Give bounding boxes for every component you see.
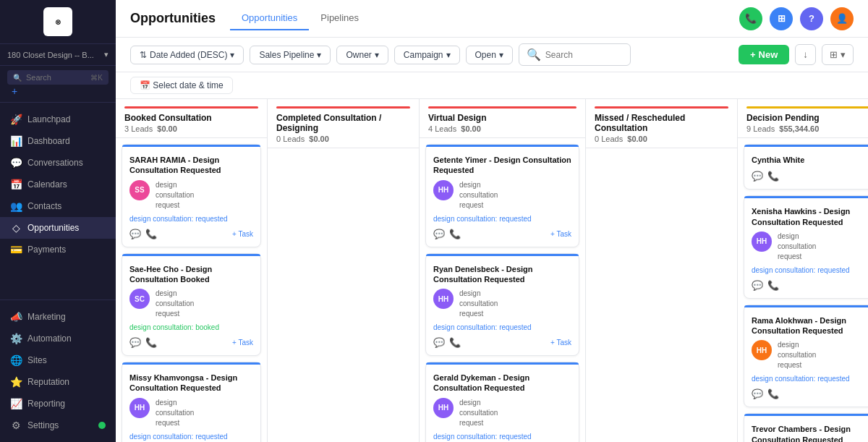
card-avatar: HH — [752, 231, 772, 252]
phone-icon[interactable]: 📞 — [767, 171, 779, 182]
card-color-bar — [744, 305, 868, 307]
col-title: Booked Consultation — [124, 113, 258, 123]
kanban-card[interactable]: SARAH RAMIA - Design Consultation Reques… — [122, 144, 261, 247]
phone-icon[interactable]: 📞 — [145, 229, 157, 239]
card-color-bar — [426, 145, 579, 147]
phone-icon[interactable]: 📞 — [767, 280, 779, 291]
chat-icon[interactable]: 💬 — [433, 229, 445, 239]
card-body: HH designconsultationrequest — [129, 398, 253, 428]
plus-icon: + — [750, 49, 756, 60]
sidebar-item-label: Conversations — [27, 158, 83, 168]
sidebar-item-marketing[interactable]: 📣 Marketing — [0, 306, 116, 328]
status-dot — [98, 422, 106, 429]
col-meta: 4 Leads $0.00 — [428, 124, 576, 133]
add-task-button[interactable]: + Task — [550, 339, 571, 347]
search-input[interactable] — [26, 73, 86, 82]
phone-icon[interactable]: 📞 — [449, 229, 461, 239]
user-avatar[interactable]: 👤 — [830, 7, 854, 30]
chevron-down-icon: ▾ — [499, 50, 503, 60]
sidebar-item-label: Reputation — [27, 377, 69, 387]
card-tag: design consultation: requested — [129, 215, 253, 223]
conversations-icon: 💬 — [10, 157, 22, 169]
view-toggle-button[interactable]: ⊞ ▾ — [822, 44, 854, 65]
kanban-card[interactable]: Trevor Chambers - Design Consultation Re… — [744, 413, 868, 442]
kanban-card[interactable]: Sae-Hee Cho - Design Consultation Booked… — [122, 253, 261, 357]
add-task-button[interactable]: + Task — [232, 230, 253, 238]
pipeline-filter[interactable]: Sales Pipeline ▾ — [250, 46, 331, 64]
download-button[interactable]: ↓ — [795, 44, 816, 65]
help-icon-btn[interactable]: ? — [800, 7, 823, 30]
kanban-card[interactable]: Missy Khamvongsa - Design Consultation R… — [122, 362, 261, 442]
sidebar-item-reputation[interactable]: ⭐ Reputation — [0, 371, 116, 393]
chat-icon[interactable]: 💬 — [129, 229, 141, 239]
card-footer: 💬 📞 — [752, 171, 868, 182]
sidebar-item-settings[interactable]: ⚙ Settings — [0, 415, 116, 436]
page-header: Opportunities Opportunities Pipelines 📞 … — [116, 0, 868, 38]
sidebar-item-launchpad[interactable]: 🚀 Launchpad — [0, 109, 116, 130]
kanban-card[interactable]: Getente Yimer - Design Consultation Requ… — [425, 144, 579, 247]
chat-icon[interactable]: 💬 — [752, 280, 763, 291]
sidebar-item-conversations[interactable]: 💬 Conversations — [0, 152, 116, 174]
campaign-filter[interactable]: Campaign ▾ — [394, 46, 460, 64]
status-filter[interactable]: Open ▾ — [466, 46, 513, 64]
col-title: Decision Pending — [746, 113, 868, 123]
sidebar-bottom-nav: 📣 Marketing ⚙️ Automation 🌐 Sites ⭐ Repu… — [0, 299, 116, 442]
sidebar-item-contacts[interactable]: 👥 Contacts — [0, 195, 116, 217]
kanban-card[interactable]: Cynthia White 💬 📞 — [744, 144, 868, 190]
chat-icon[interactable]: 💬 — [129, 337, 141, 348]
sidebar-item-sites[interactable]: 🌐 Sites — [0, 349, 116, 371]
chat-icon[interactable]: 💬 — [752, 171, 763, 182]
kanban-card[interactable]: Rama Alokhwan - Design Consultation Requ… — [744, 305, 868, 408]
date-sort-label: Date Added (DESC) — [150, 50, 227, 60]
search-input[interactable] — [545, 50, 623, 60]
kanban-col-header: Decision Pending 9 Leads $55,344.60 — [738, 99, 868, 138]
sidebar-item-automation[interactable]: ⚙️ Automation — [0, 328, 116, 349]
sidebar-item-calendars[interactable]: 📅 Calendars — [0, 174, 116, 195]
kanban-card[interactable]: Ryan Denelsbeck - Design Consultation Re… — [425, 253, 579, 357]
new-button[interactable]: + New — [739, 45, 789, 64]
sidebar-item-label: Launchpad — [27, 114, 70, 124]
sidebar-item-label: Contacts — [27, 201, 61, 211]
chevron-down-icon: ▾ — [841, 49, 846, 60]
sidebar-item-label: Sites — [27, 355, 47, 365]
sidebar-item-payments[interactable]: 💳 Payments — [0, 239, 116, 260]
col-meta: 3 Leads $0.00 — [124, 124, 258, 133]
grid-icon-btn[interactable]: ⊞ — [770, 7, 793, 30]
sidebar-item-dashboard[interactable]: 📊 Dashboard — [0, 130, 116, 152]
chat-icon[interactable]: 💬 — [433, 337, 445, 348]
card-color-bar — [426, 362, 579, 365]
payments-icon: 💳 — [10, 244, 22, 255]
date-notice-bar: 📅 Select date & time — [116, 72, 868, 99]
chevron-down-icon: ▾ — [317, 50, 321, 60]
phone-icon[interactable]: 📞 — [767, 388, 779, 399]
phone-icon-btn[interactable]: 📞 — [739, 7, 762, 30]
expand-icon[interactable]: + — [12, 85, 17, 97]
settings-icon: ⚙ — [10, 420, 22, 431]
phone-icon[interactable]: 📞 — [145, 337, 157, 348]
chat-icon[interactable]: 💬 — [752, 388, 763, 399]
add-task-button[interactable]: + Task — [232, 339, 253, 347]
card-desc: designconsultationrequest — [156, 180, 194, 211]
date-sort-filter[interactable]: ⇅ Date Added (DESC) ▾ — [130, 46, 244, 64]
card-desc: designconsultationrequest — [156, 289, 194, 319]
kanban-col-header: Booked Consultation 3 Leads $0.00 — [116, 99, 267, 138]
tab-opportunities[interactable]: Opportunities — [230, 7, 309, 30]
owner-filter[interactable]: Owner ▾ — [336, 46, 388, 64]
sidebar-item-opportunities[interactable]: ◇ Opportunities — [0, 217, 116, 239]
kanban-col-body — [586, 148, 737, 442]
card-name: SARAH RAMIA - Design Consultation Reques… — [129, 155, 253, 176]
kanban-col-virtual-design: Virtual Design 4 Leads $0.00 Getente Yim… — [420, 99, 586, 442]
kanban-col-booked-consultation: Booked Consultation 3 Leads $0.00 SARAH … — [116, 99, 268, 442]
phone-icon[interactable]: 📞 — [449, 337, 461, 348]
workspace-selector[interactable]: 180 Closet Design -- B... ▾ — [0, 44, 116, 66]
main-content: Opportunities Opportunities Pipelines 📞 … — [116, 0, 868, 442]
date-select-btn[interactable]: 📅 Select date & time — [130, 77, 233, 94]
sidebar: ⊗ 180 Closet Design -- B... ▾ 🔍 ⌘K + 🚀 L… — [0, 0, 116, 442]
add-task-button[interactable]: + Task — [550, 230, 571, 238]
tab-pipelines[interactable]: Pipelines — [309, 7, 370, 30]
kanban-col-body: SARAH RAMIA - Design Consultation Reques… — [116, 138, 267, 442]
kanban-card[interactable]: Xenisha Hawkins - Design Consultation Re… — [744, 195, 868, 299]
sidebar-item-reporting[interactable]: 📈 Reporting — [0, 393, 116, 415]
card-avatar: HH — [433, 289, 454, 309]
kanban-card[interactable]: Gerald Dykeman - Design Consultation Req… — [425, 362, 579, 442]
